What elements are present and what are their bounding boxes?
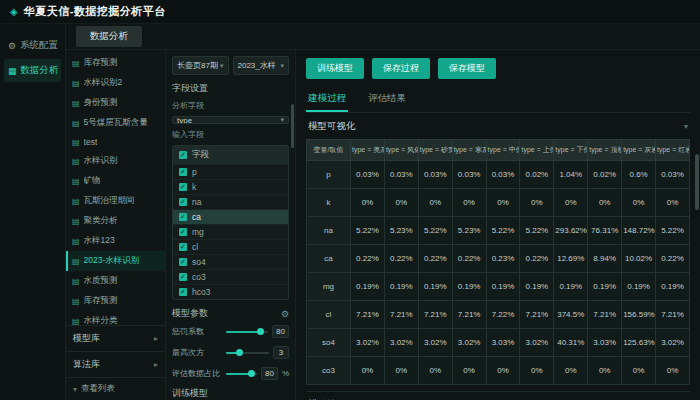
value-cell: 0%: [418, 357, 452, 385]
config-panel: 长臺页87期 ▾ 2023_水样 ▾ 字段设置 分析字段 type ▾ 输入字: [166, 50, 296, 400]
dataset-select[interactable]: 长臺页87期 ▾: [172, 56, 229, 75]
view-list-item[interactable]: ▾ 查看列表: [66, 378, 165, 400]
checkbox-checked-icon[interactable]: ✓: [179, 213, 187, 221]
param-slider[interactable]: [226, 373, 257, 375]
task-list-item[interactable]: ▤矿物: [66, 171, 165, 191]
save-process-button[interactable]: 保存过程: [372, 58, 430, 79]
value-cell: 0%: [384, 189, 418, 217]
value-cell: 0.03%: [656, 161, 690, 189]
param-value-input[interactable]: 3: [273, 346, 289, 359]
param-value-input[interactable]: 80: [261, 367, 278, 380]
task-list-item[interactable]: ▤水样识别: [66, 151, 165, 171]
value-cell: 0.22%: [418, 245, 452, 273]
params-section: 模型参数 ⚙: [172, 307, 289, 320]
field-label: na: [192, 197, 201, 207]
checkbox-checked-icon[interactable]: ✓: [179, 183, 187, 191]
table-row: p0.03%0.03%0.03%0.03%0.03%0.02%1.04%0.02…: [307, 161, 690, 189]
save-model-button[interactable]: 保存模型: [438, 58, 496, 79]
task-list-item[interactable]: ▤水样123: [66, 231, 165, 251]
checkbox-checked-icon[interactable]: ✓: [179, 258, 187, 266]
tab-modeling-process[interactable]: 建模过程: [306, 87, 348, 112]
field-row[interactable]: ✓p: [173, 164, 288, 179]
value-cell: 0.19%: [351, 273, 385, 301]
field-label: p: [192, 167, 197, 177]
value-cell: 5.23%: [384, 217, 418, 245]
field-row[interactable]: ✓ca: [173, 209, 288, 224]
value-cell: 0.02%: [520, 161, 554, 189]
field-row[interactable]: ✓cl: [173, 239, 288, 254]
viz-section-header[interactable]: 模型可视化 ▾: [306, 113, 690, 139]
chevron-down-icon: ▾: [220, 62, 224, 70]
value-cell: 12.69%: [554, 245, 588, 273]
chevron-right-icon: ▸: [154, 360, 158, 369]
task-list-item[interactable]: ▤水质预测: [66, 271, 165, 291]
model-library-item[interactable]: 模型库 ▸: [66, 326, 165, 352]
value-cell: 7.21%: [384, 301, 418, 329]
checkbox-checked-icon[interactable]: ✓: [179, 168, 187, 176]
algorithm-library-item[interactable]: 算法库 ▸: [66, 352, 165, 378]
scrollbar-thumb[interactable]: [695, 154, 699, 210]
field-row[interactable]: ✓co3: [173, 269, 288, 284]
table-column-header: type = 灰岩: [622, 140, 656, 161]
value-cell: 0.22%: [452, 245, 486, 273]
task-list-item[interactable]: ▤5号煤层瓦斯含量: [66, 113, 165, 133]
field-row[interactable]: ✓hco3: [173, 284, 288, 299]
train-model-button[interactable]: 训练模型: [306, 58, 364, 79]
slider-thumb[interactable]: [248, 370, 255, 377]
collapse-icon[interactable]: ▾: [684, 122, 688, 131]
field-label: co3: [192, 272, 206, 282]
analysis-field-select[interactable]: type ▾: [172, 116, 289, 124]
field-label: k: [192, 182, 196, 192]
task-list-item[interactable]: ▤身份预测: [66, 93, 165, 113]
value-cell: 0.03%: [418, 161, 452, 189]
effect-section-header[interactable]: 模型效果 ▾: [306, 391, 690, 400]
value-cell: 0%: [452, 189, 486, 217]
slider-thumb[interactable]: [236, 349, 243, 356]
select-all-checkbox[interactable]: ✓: [179, 151, 187, 159]
checkbox-checked-icon[interactable]: ✓: [179, 228, 187, 236]
sidebar-item[interactable]: ▦数据分析: [4, 59, 61, 82]
value-cell: 5.23%: [452, 217, 486, 245]
field-row[interactable]: ✓na: [173, 194, 288, 209]
scrollbar-thumb[interactable]: [291, 104, 294, 148]
dataset-select-value: 长臺页87期: [177, 60, 218, 71]
value-cell: 0%: [452, 357, 486, 385]
value-cell: 0.03%: [351, 161, 385, 189]
gear-icon[interactable]: ⚙: [281, 309, 289, 319]
field-row[interactable]: ✓mg: [173, 224, 288, 239]
value-cell: 3.02%: [384, 329, 418, 357]
logo-icon: ◈: [10, 6, 18, 17]
param-slider[interactable]: [226, 352, 269, 354]
value-cell: 3.02%: [452, 329, 486, 357]
slider-thumb[interactable]: [257, 328, 264, 335]
checkbox-checked-icon[interactable]: ✓: [179, 198, 187, 206]
task-list-item[interactable]: ▤聚类分析: [66, 211, 165, 231]
document-icon: ▤: [72, 217, 80, 226]
checkbox-checked-icon[interactable]: ✓: [179, 288, 187, 296]
task-list-item[interactable]: ▤2023-水样识别: [66, 251, 165, 271]
task-list-item[interactable]: ▤水样分类: [66, 311, 165, 325]
task-list-item[interactable]: ▤库存预测: [66, 291, 165, 311]
app-body: ⚙系统配置▦数据分析 数据分析 ▤库存预测▤水样识别2▤身份预测▤5号煤层瓦斯含…: [0, 24, 700, 400]
field-row[interactable]: ✓so4: [173, 254, 288, 269]
table-row: na5.22%5.23%5.22%5.23%5.22%5.22%293.62%7…: [307, 217, 690, 245]
chevron-down-icon: ▾: [280, 62, 284, 70]
sidebar-item[interactable]: ⚙系统配置: [4, 34, 61, 57]
task-list-item[interactable]: ▤库存预测: [66, 53, 165, 73]
param-value-input[interactable]: 80: [272, 325, 289, 338]
tab-data-analysis[interactable]: 数据分析: [76, 26, 142, 47]
param-slider[interactable]: [226, 331, 268, 333]
field-label: hco3: [192, 287, 210, 297]
task-list-item[interactable]: ▤瓦斯治理期间: [66, 191, 165, 211]
tab-evaluation-result[interactable]: 评估结果: [366, 87, 408, 112]
task-list-item[interactable]: ▤test: [66, 133, 165, 151]
field-rows: ✓p✓k✓na✓ca✓mg✓cl✓so4✓co3✓hco3: [173, 164, 288, 299]
field-row[interactable]: ✓k: [173, 179, 288, 194]
checkbox-checked-icon[interactable]: ✓: [179, 273, 187, 281]
document-icon: ▤: [72, 277, 80, 286]
table-select[interactable]: 2023_水样 ▾: [233, 56, 290, 75]
table-body: p0.03%0.03%0.03%0.03%0.03%0.02%1.04%0.02…: [307, 161, 690, 385]
task-list-item[interactable]: ▤水样识别2: [66, 73, 165, 93]
field-settings-title: 字段设置: [172, 82, 289, 95]
checkbox-checked-icon[interactable]: ✓: [179, 243, 187, 251]
